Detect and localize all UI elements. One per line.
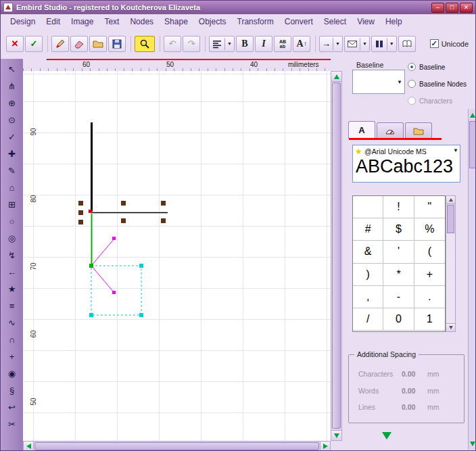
char-cell[interactable]: (	[414, 241, 445, 263]
maximize-button[interactable]: □	[446, 3, 458, 13]
scroll-down-button[interactable]	[446, 323, 455, 331]
scroll-up-button[interactable]	[331, 72, 341, 82]
char-cell[interactable]: #	[353, 218, 383, 241]
character-grid-scrollbar[interactable]	[446, 195, 456, 332]
eraser-button[interactable]	[70, 36, 88, 52]
pencil-tool[interactable]: ✎	[5, 163, 20, 178]
bold-button[interactable]: B	[236, 36, 254, 52]
char-cell[interactable]: 1	[414, 308, 445, 331]
polygon-tool[interactable]: ⌂	[5, 180, 20, 195]
baseline-shape-dropdown[interactable]: ▼	[352, 70, 405, 94]
scroll-down-button[interactable]	[469, 439, 476, 448]
horizontal-scroll-thumb[interactable]	[34, 442, 319, 450]
target-tool[interactable]: ◉	[5, 366, 20, 381]
cross-tool[interactable]: +	[5, 349, 20, 364]
alignment-dropdown[interactable]: ▼	[209, 36, 235, 52]
undo-button[interactable]: ↶	[164, 36, 181, 52]
italic-button[interactable]: I	[255, 36, 272, 52]
menu-objects[interactable]: Objects	[193, 16, 232, 28]
char-cell[interactable]: %	[414, 218, 445, 241]
menu-image[interactable]: Image	[66, 16, 99, 28]
circle-tool[interactable]: ○	[5, 214, 20, 229]
apply-button[interactable]: ✓	[25, 36, 43, 52]
redo-button[interactable]: ↷	[183, 36, 200, 52]
node-edit-tool[interactable]: ⋔	[5, 78, 20, 93]
scroll-down-button[interactable]	[331, 430, 341, 440]
freehand-select-tool[interactable]: ✓	[5, 129, 20, 144]
char-cell[interactable]: 0	[383, 308, 414, 331]
envelope-dropdown[interactable]: ▼	[344, 36, 370, 52]
canvas-vertical-scrollbar[interactable]	[331, 71, 342, 441]
char-cell[interactable]: &	[353, 241, 383, 263]
menu-select[interactable]: Select	[318, 16, 352, 28]
menu-shape[interactable]: Shape	[159, 16, 193, 28]
menu-transform[interactable]: Transform	[232, 16, 279, 28]
canvas-horizontal-scrollbar[interactable]	[23, 441, 331, 451]
scroll-up-button[interactable]	[469, 110, 476, 120]
radio-baseline[interactable]	[408, 63, 416, 71]
char-cell[interactable]: *	[383, 264, 414, 286]
char-cell[interactable]: "	[414, 196, 445, 218]
char-cell[interactable]: +	[414, 264, 445, 286]
char-cell[interactable]: .	[414, 286, 445, 308]
lines-spacing-value[interactable]: 0.00	[402, 403, 425, 411]
scroll-up-button[interactable]	[446, 196, 455, 204]
tab-import[interactable]	[405, 122, 432, 139]
wave-tool[interactable]: ∿	[5, 315, 20, 330]
menu-convert[interactable]: Convert	[279, 16, 318, 28]
tab-parameters[interactable]	[377, 122, 404, 139]
pages-button[interactable]	[398, 36, 416, 52]
arc-tool[interactable]: ∩	[5, 332, 20, 347]
scroll-left-button[interactable]	[24, 442, 34, 451]
lettering-object[interactable]	[23, 71, 331, 441]
hatch-tool[interactable]: ≡	[5, 298, 20, 313]
menu-view[interactable]: View	[352, 16, 380, 28]
knife-tool-button[interactable]	[51, 36, 69, 52]
direction-dropdown[interactable]: → ▼	[319, 36, 343, 52]
save-button[interactable]	[108, 36, 126, 52]
menu-edit[interactable]: Edit	[41, 16, 66, 28]
words-spacing-value[interactable]: 0.00	[402, 387, 425, 395]
hook-tool[interactable]: ↩	[5, 400, 20, 414]
knot-tool[interactable]: §	[5, 383, 20, 398]
char-cell[interactable]: )	[353, 264, 383, 286]
tab-alphabet[interactable]: A	[348, 121, 375, 139]
open-button[interactable]	[89, 36, 107, 52]
zoom-in-tool[interactable]: ⊕	[5, 95, 20, 110]
menu-text[interactable]: Text	[99, 16, 124, 28]
char-cell[interactable]	[353, 196, 383, 218]
radio-baseline-nodes[interactable]	[408, 80, 416, 88]
lightning-tool[interactable]: ↯	[5, 247, 20, 262]
minimize-button[interactable]: –	[431, 3, 444, 13]
letter-case-button[interactable]: ABab	[274, 36, 291, 52]
char-cell[interactable]: '	[383, 241, 414, 263]
panel-scroll-down-button[interactable]	[378, 429, 396, 442]
ring-tool[interactable]: ◎	[5, 231, 20, 245]
characters-spacing-value[interactable]: 0.00	[402, 370, 425, 378]
chevron-down-icon[interactable]: ▼	[224, 38, 233, 50]
arrow-tool[interactable]: ←	[5, 264, 20, 279]
columns-dropdown[interactable]: ▼	[371, 36, 397, 52]
char-cell[interactable]: !	[383, 196, 414, 218]
move-tool[interactable]: ✚	[5, 146, 20, 161]
letter-height-button[interactable]: A↕	[293, 36, 310, 52]
zoom-out-tool[interactable]: ⊙	[5, 112, 20, 127]
delete-button[interactable]: ✕	[6, 36, 24, 52]
menu-design[interactable]: Design	[5, 16, 41, 28]
unicode-checkbox[interactable]: ✓	[430, 39, 439, 48]
baseline-radio-row[interactable]: Baseline	[408, 63, 445, 71]
char-cell[interactable]: ,	[353, 286, 383, 308]
design-canvas[interactable]: 90 80 70 60 50	[23, 71, 331, 441]
scissors-tool[interactable]: ✂	[5, 417, 20, 431]
baseline-nodes-radio-row[interactable]: Baseline Nodes	[408, 80, 467, 88]
char-cell[interactable]: -	[383, 286, 414, 308]
vertical-scroll-thumb[interactable]	[332, 82, 341, 429]
chevron-down-icon[interactable]: ▼	[387, 38, 396, 50]
zoom-question-button[interactable]	[135, 36, 155, 52]
chevron-down-icon[interactable]: ▼	[453, 147, 458, 153]
chevron-down-icon[interactable]: ▼	[360, 38, 368, 50]
panel-scrollbar[interactable]	[468, 109, 476, 450]
grid-scroll-thumb[interactable]	[447, 205, 454, 233]
panel-scroll-thumb[interactable]	[469, 121, 476, 168]
chevron-down-icon[interactable]: ▼	[333, 38, 341, 50]
